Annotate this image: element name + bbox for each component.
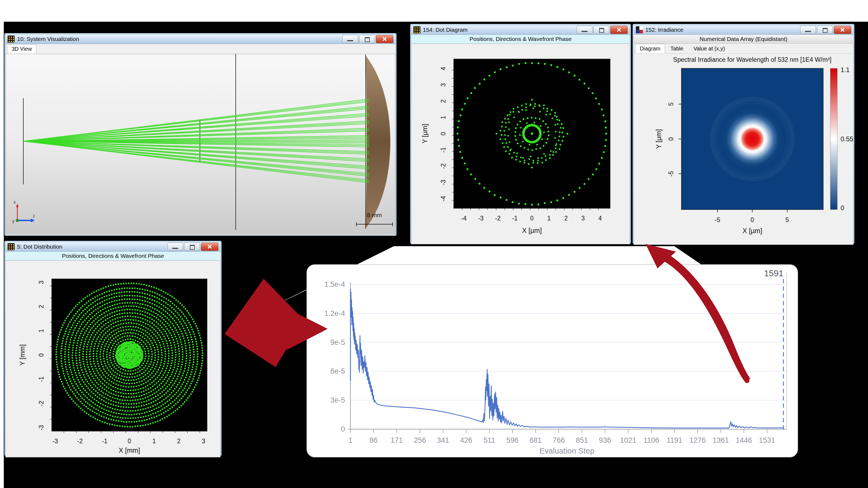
window-irradiance: 152: Irradiance Numerical Data Array (Eq… bbox=[632, 24, 855, 244]
window-title: 10: System Visualization bbox=[17, 36, 79, 42]
caption-buttons bbox=[800, 26, 851, 34]
svg-text:5: 5 bbox=[785, 216, 789, 223]
svg-text:-1: -1 bbox=[440, 147, 447, 153]
svg-text:-4: -4 bbox=[440, 196, 447, 202]
titlebar[interactable]: 5: Dot Distribution bbox=[5, 242, 220, 252]
svg-text:1: 1 bbox=[547, 215, 551, 222]
svg-text:1.2e-4: 1.2e-4 bbox=[324, 310, 345, 318]
svg-text:0: 0 bbox=[440, 132, 447, 135]
svg-text:1276: 1276 bbox=[689, 436, 706, 444]
caption-buttons bbox=[167, 242, 218, 251]
svg-text:936: 936 bbox=[599, 436, 611, 444]
convergence-chart: 03e-56e-59e-51.2e-41.5e-4186171256341426… bbox=[307, 265, 798, 457]
svg-text:1: 1 bbox=[38, 329, 45, 333]
svg-text:1191: 1191 bbox=[666, 436, 682, 444]
svg-text:9e-5: 9e-5 bbox=[330, 338, 345, 347]
document-icon bbox=[413, 26, 421, 33]
close-button[interactable] bbox=[834, 26, 851, 34]
svg-text:3: 3 bbox=[38, 281, 45, 284]
svg-text:-3: -3 bbox=[478, 215, 484, 222]
maximize-button[interactable] bbox=[593, 26, 609, 34]
close-button[interactable] bbox=[376, 35, 393, 43]
tab-value-at-xy[interactable]: Value at (x,y) bbox=[689, 44, 730, 54]
titlebar[interactable]: 152: Irradiance bbox=[633, 25, 854, 35]
svg-text:0: 0 bbox=[841, 204, 844, 212]
tabstrip: Diagram Table Value at (x,y) bbox=[633, 44, 854, 54]
svg-text:1: 1 bbox=[440, 116, 447, 119]
maximize-icon bbox=[823, 28, 828, 33]
svg-text:5: 5 bbox=[668, 102, 675, 106]
svg-text:6e-5: 6e-5 bbox=[330, 367, 345, 375]
document-icon bbox=[8, 35, 14, 42]
ray-tracing-scene: xyz8 mm bbox=[6, 54, 395, 234]
convergence-chart-panel: 03e-56e-59e-51.2e-41.5e-4186171256341426… bbox=[307, 264, 798, 457]
window-title: 152: Irradiance bbox=[645, 27, 683, 33]
dot-distribution-view: -3-2-10123-3-2-10123X [mm]Y [mm] bbox=[5, 261, 220, 457]
svg-text:1.1: 1.1 bbox=[841, 66, 849, 73]
svg-text:-2: -2 bbox=[77, 437, 83, 445]
maximize-button[interactable] bbox=[359, 35, 375, 43]
minimize-icon bbox=[582, 31, 588, 32]
titlebar[interactable]: 154: Dot Diagram bbox=[411, 25, 630, 35]
svg-text:-1: -1 bbox=[102, 437, 107, 445]
svg-text:256: 256 bbox=[414, 436, 426, 444]
minimize-button[interactable] bbox=[342, 35, 358, 43]
svg-text:x: x bbox=[13, 200, 16, 204]
svg-text:171: 171 bbox=[391, 436, 403, 444]
maximize-icon bbox=[599, 28, 604, 33]
minimize-button[interactable] bbox=[577, 26, 592, 34]
svg-text:z: z bbox=[33, 214, 35, 218]
document-icon bbox=[8, 243, 14, 250]
minimize-button[interactable] bbox=[167, 242, 183, 251]
svg-text:2: 2 bbox=[440, 99, 447, 103]
close-button[interactable] bbox=[201, 242, 218, 251]
maximize-icon bbox=[190, 245, 195, 250]
close-button[interactable] bbox=[610, 26, 628, 34]
svg-text:3: 3 bbox=[440, 83, 447, 87]
window-dot-distribution: 5: Dot Distribution Positions, Direction… bbox=[4, 241, 222, 456]
tab-diagram[interactable]: Diagram bbox=[635, 44, 665, 54]
svg-text:596: 596 bbox=[506, 436, 519, 444]
svg-text:86: 86 bbox=[369, 436, 378, 444]
svg-text:0: 0 bbox=[750, 216, 754, 223]
maximize-button[interactable] bbox=[184, 242, 200, 251]
dot-diagram-plot: -4-3-2-101234-4-3-2-101234X [µm]Y [µm] bbox=[411, 44, 629, 243]
svg-text:0: 0 bbox=[341, 425, 345, 433]
svg-text:341: 341 bbox=[437, 436, 449, 444]
svg-text:3e-5: 3e-5 bbox=[330, 396, 345, 404]
tab-table[interactable]: Table bbox=[666, 44, 688, 54]
svg-text:-5: -5 bbox=[668, 171, 675, 176]
svg-text:4: 4 bbox=[440, 67, 447, 70]
svg-text:1.5e-4: 1.5e-4 bbox=[324, 280, 345, 289]
svg-text:-3: -3 bbox=[38, 425, 45, 430]
svg-text:1591: 1591 bbox=[764, 268, 783, 278]
maximize-button[interactable] bbox=[817, 26, 833, 34]
dot-diagram-view: -4-3-2-101234-4-3-2-101234X [µm]Y [µm] bbox=[411, 44, 630, 244]
tab-3d-view[interactable]: 3D View bbox=[7, 44, 36, 54]
irradiance-heatmap: Spectral Irradiance for Wavelength of 53… bbox=[634, 54, 853, 244]
svg-text:1: 1 bbox=[152, 437, 156, 445]
svg-text:-2: -2 bbox=[38, 401, 45, 406]
svg-text:-2: -2 bbox=[495, 215, 500, 222]
window-dot-diagram: 154: Dot Diagram Positions, Directions &… bbox=[410, 24, 631, 244]
minimize-button[interactable] bbox=[800, 26, 816, 34]
data-array-icon bbox=[636, 26, 643, 33]
svg-text:1021: 1021 bbox=[620, 436, 637, 444]
svg-text:X [mm]: X [mm] bbox=[119, 447, 140, 454]
svg-text:-3: -3 bbox=[52, 437, 58, 445]
svg-text:-1: -1 bbox=[38, 377, 45, 382]
minimize-icon bbox=[347, 40, 353, 41]
svg-text:X [µm]: X [µm] bbox=[742, 227, 762, 234]
svg-text:2: 2 bbox=[564, 215, 568, 222]
svg-text:1531: 1531 bbox=[759, 436, 775, 444]
caption-buttons bbox=[577, 26, 628, 34]
svg-text:1361: 1361 bbox=[713, 436, 729, 444]
svg-text:8 mm: 8 mm bbox=[367, 212, 382, 219]
svg-text:0: 0 bbox=[668, 137, 675, 141]
svg-text:3: 3 bbox=[581, 215, 585, 222]
svg-text:681: 681 bbox=[529, 436, 542, 444]
titlebar[interactable]: 10: System Visualization bbox=[5, 34, 396, 44]
minimize-icon bbox=[805, 31, 811, 32]
svg-text:Evaluation Step: Evaluation Step bbox=[539, 447, 594, 455]
svg-text:851: 851 bbox=[576, 436, 588, 444]
